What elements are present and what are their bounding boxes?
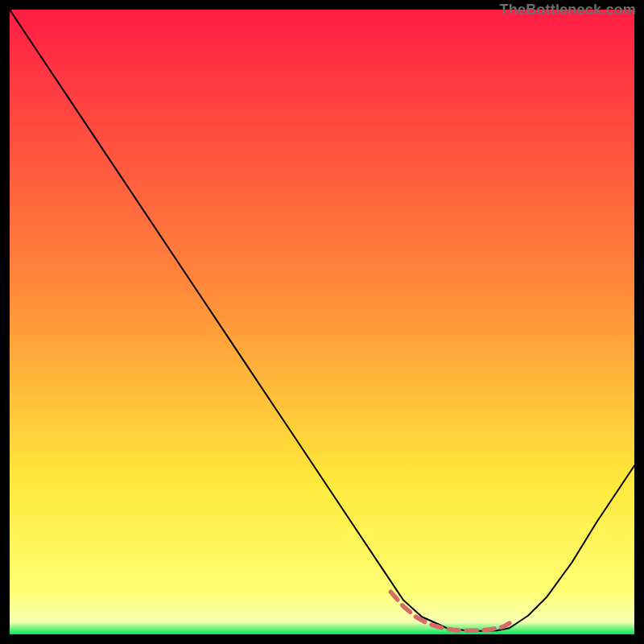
credit-label: TheBottleneck.com bbox=[500, 2, 636, 19]
chart-plot bbox=[10, 10, 634, 634]
background-rect bbox=[10, 10, 634, 634]
